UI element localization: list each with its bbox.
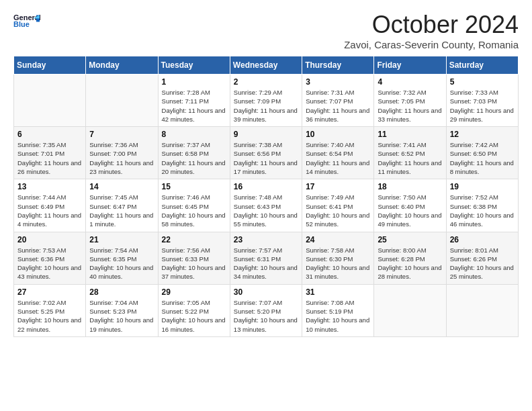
day-number: 30 bbox=[234, 287, 298, 297]
calendar-cell: 21Sunrise: 7:54 AMSunset: 6:35 PMDayligh… bbox=[86, 232, 158, 284]
col-header-friday: Friday bbox=[374, 56, 446, 75]
calendar-cell: 28Sunrise: 7:04 AMSunset: 5:23 PMDayligh… bbox=[86, 284, 158, 336]
day-info: Sunrise: 7:36 AMSunset: 7:00 PMDaylight:… bbox=[89, 140, 154, 176]
day-number: 21 bbox=[89, 235, 154, 244]
col-header-wednesday: Wednesday bbox=[230, 56, 302, 75]
calendar-cell: 25Sunrise: 8:00 AMSunset: 6:28 PMDayligh… bbox=[374, 232, 446, 284]
day-number: 8 bbox=[162, 130, 226, 139]
calendar-cell: 29Sunrise: 7:05 AMSunset: 5:22 PMDayligh… bbox=[158, 284, 230, 336]
calendar-cell: 17Sunrise: 7:49 AMSunset: 6:41 PMDayligh… bbox=[302, 179, 374, 232]
calendar-table: SundayMondayTuesdayWednesdayThursdayFrid… bbox=[13, 56, 519, 337]
day-number: 28 bbox=[89, 287, 154, 297]
day-info: Sunrise: 7:38 AMSunset: 6:56 PMDaylight:… bbox=[234, 140, 298, 176]
day-info: Sunrise: 7:49 AMSunset: 6:41 PMDaylight:… bbox=[306, 193, 370, 228]
day-number: 31 bbox=[306, 287, 370, 297]
calendar-cell: 19Sunrise: 7:52 AMSunset: 6:38 PMDayligh… bbox=[446, 179, 518, 232]
day-info: Sunrise: 7:53 AMSunset: 6:36 PMDaylight:… bbox=[17, 246, 82, 281]
calendar-cell: 8Sunrise: 7:37 AMSunset: 6:58 PMDaylight… bbox=[158, 127, 230, 179]
day-info: Sunrise: 7:32 AMSunset: 7:05 PMDaylight:… bbox=[378, 88, 442, 124]
day-number: 12 bbox=[450, 130, 515, 139]
day-number: 5 bbox=[450, 77, 515, 87]
day-number: 13 bbox=[17, 182, 82, 191]
calendar-cell: 5Sunrise: 7:33 AMSunset: 7:03 PMDaylight… bbox=[446, 75, 518, 127]
col-header-thursday: Thursday bbox=[302, 56, 374, 75]
day-info: Sunrise: 7:07 AMSunset: 5:20 PMDaylight:… bbox=[234, 298, 298, 334]
day-info: Sunrise: 8:00 AMSunset: 6:28 PMDaylight:… bbox=[378, 246, 442, 281]
day-number: 17 bbox=[306, 182, 370, 191]
logo-icon: General Blue bbox=[13, 11, 40, 31]
calendar-week-2: 6Sunrise: 7:35 AMSunset: 7:01 PMDaylight… bbox=[14, 127, 519, 179]
day-number: 14 bbox=[89, 182, 154, 191]
col-header-saturday: Saturday bbox=[446, 56, 518, 75]
calendar-cell bbox=[374, 284, 446, 336]
calendar-cell: 15Sunrise: 7:46 AMSunset: 6:45 PMDayligh… bbox=[158, 179, 230, 232]
day-info: Sunrise: 7:29 AMSunset: 7:09 PMDaylight:… bbox=[234, 88, 298, 124]
calendar-cell: 20Sunrise: 7:53 AMSunset: 6:36 PMDayligh… bbox=[14, 232, 86, 284]
day-number: 4 bbox=[378, 77, 442, 87]
calendar-cell: 16Sunrise: 7:48 AMSunset: 6:43 PMDayligh… bbox=[230, 179, 302, 232]
day-info: Sunrise: 7:52 AMSunset: 6:38 PMDaylight:… bbox=[450, 193, 515, 228]
calendar-cell: 11Sunrise: 7:41 AMSunset: 6:52 PMDayligh… bbox=[374, 127, 446, 179]
calendar-week-3: 13Sunrise: 7:44 AMSunset: 6:49 PMDayligh… bbox=[14, 179, 519, 232]
day-info: Sunrise: 7:31 AMSunset: 7:07 PMDaylight:… bbox=[306, 88, 370, 124]
day-number: 25 bbox=[378, 235, 442, 244]
day-info: Sunrise: 7:28 AMSunset: 7:11 PMDaylight:… bbox=[162, 88, 226, 124]
calendar-cell: 22Sunrise: 7:56 AMSunset: 6:33 PMDayligh… bbox=[158, 232, 230, 284]
day-info: Sunrise: 7:35 AMSunset: 7:01 PMDaylight:… bbox=[17, 140, 82, 176]
day-number: 9 bbox=[234, 130, 298, 139]
col-header-monday: Monday bbox=[86, 56, 158, 75]
day-info: Sunrise: 7:54 AMSunset: 6:35 PMDaylight:… bbox=[89, 246, 154, 281]
calendar-cell: 4Sunrise: 7:32 AMSunset: 7:05 PMDaylight… bbox=[374, 75, 446, 127]
col-header-sunday: Sunday bbox=[14, 56, 86, 75]
day-info: Sunrise: 8:01 AMSunset: 6:26 PMDaylight:… bbox=[450, 246, 515, 281]
day-number: 26 bbox=[450, 235, 515, 244]
col-header-tuesday: Tuesday bbox=[158, 56, 230, 75]
day-info: Sunrise: 7:56 AMSunset: 6:33 PMDaylight:… bbox=[162, 246, 226, 281]
calendar-cell: 13Sunrise: 7:44 AMSunset: 6:49 PMDayligh… bbox=[14, 179, 86, 232]
day-number: 11 bbox=[378, 130, 442, 139]
calendar-cell: 24Sunrise: 7:58 AMSunset: 6:30 PMDayligh… bbox=[302, 232, 374, 284]
calendar-cell: 3Sunrise: 7:31 AMSunset: 7:07 PMDaylight… bbox=[302, 75, 374, 127]
day-info: Sunrise: 7:41 AMSunset: 6:52 PMDaylight:… bbox=[378, 140, 442, 176]
day-number: 15 bbox=[162, 182, 226, 191]
calendar-cell: 1Sunrise: 7:28 AMSunset: 7:11 PMDaylight… bbox=[158, 75, 230, 127]
calendar-cell: 18Sunrise: 7:50 AMSunset: 6:40 PMDayligh… bbox=[374, 179, 446, 232]
svg-text:Blue: Blue bbox=[13, 20, 30, 28]
day-info: Sunrise: 7:40 AMSunset: 6:54 PMDaylight:… bbox=[306, 140, 370, 176]
day-info: Sunrise: 7:08 AMSunset: 5:19 PMDaylight:… bbox=[306, 298, 370, 334]
day-number: 27 bbox=[17, 287, 82, 297]
calendar-cell bbox=[14, 75, 86, 127]
day-info: Sunrise: 7:45 AMSunset: 6:47 PMDaylight:… bbox=[89, 193, 154, 228]
calendar-week-1: 1Sunrise: 7:28 AMSunset: 7:11 PMDaylight… bbox=[14, 75, 519, 127]
day-info: Sunrise: 7:02 AMSunset: 5:25 PMDaylight:… bbox=[17, 298, 82, 334]
calendar-week-5: 27Sunrise: 7:02 AMSunset: 5:25 PMDayligh… bbox=[14, 284, 519, 336]
day-number: 29 bbox=[162, 287, 226, 297]
day-info: Sunrise: 7:44 AMSunset: 6:49 PMDaylight:… bbox=[17, 193, 82, 228]
day-info: Sunrise: 7:57 AMSunset: 6:31 PMDaylight:… bbox=[234, 246, 298, 281]
calendar-cell: 7Sunrise: 7:36 AMSunset: 7:00 PMDaylight… bbox=[86, 127, 158, 179]
calendar-cell bbox=[446, 284, 518, 336]
day-number: 19 bbox=[450, 182, 515, 191]
day-number: 23 bbox=[234, 235, 298, 244]
month-title: October 2024 bbox=[344, 11, 519, 39]
calendar-cell: 12Sunrise: 7:42 AMSunset: 6:50 PMDayligh… bbox=[446, 127, 518, 179]
day-number: 3 bbox=[306, 77, 370, 87]
calendar-cell: 27Sunrise: 7:02 AMSunset: 5:25 PMDayligh… bbox=[14, 284, 86, 336]
day-number: 18 bbox=[378, 182, 442, 191]
day-number: 1 bbox=[162, 77, 226, 87]
day-info: Sunrise: 7:04 AMSunset: 5:23 PMDaylight:… bbox=[89, 298, 154, 334]
calendar-cell: 23Sunrise: 7:57 AMSunset: 6:31 PMDayligh… bbox=[230, 232, 302, 284]
day-number: 24 bbox=[306, 235, 370, 244]
calendar-cell: 26Sunrise: 8:01 AMSunset: 6:26 PMDayligh… bbox=[446, 232, 518, 284]
location: Zavoi, Caras-Severin County, Romania bbox=[344, 39, 519, 50]
day-info: Sunrise: 7:50 AMSunset: 6:40 PMDaylight:… bbox=[378, 193, 442, 228]
calendar-cell: 2Sunrise: 7:29 AMSunset: 7:09 PMDaylight… bbox=[230, 75, 302, 127]
calendar-cell: 30Sunrise: 7:07 AMSunset: 5:20 PMDayligh… bbox=[230, 284, 302, 336]
day-number: 20 bbox=[17, 235, 82, 244]
calendar-cell: 10Sunrise: 7:40 AMSunset: 6:54 PMDayligh… bbox=[302, 127, 374, 179]
calendar-cell: 6Sunrise: 7:35 AMSunset: 7:01 PMDaylight… bbox=[14, 127, 86, 179]
day-number: 2 bbox=[234, 77, 298, 87]
calendar-cell: 31Sunrise: 7:08 AMSunset: 5:19 PMDayligh… bbox=[302, 284, 374, 336]
logo: General Blue bbox=[13, 11, 40, 31]
day-info: Sunrise: 7:48 AMSunset: 6:43 PMDaylight:… bbox=[234, 193, 298, 228]
